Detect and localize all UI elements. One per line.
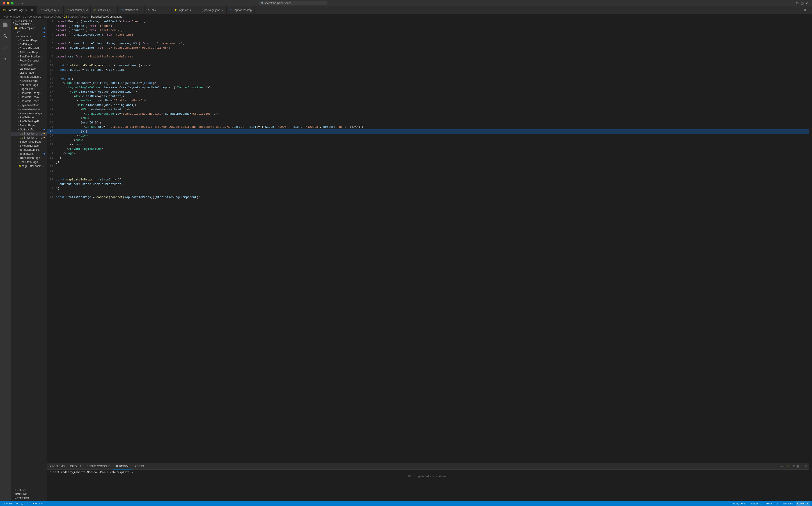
settings-icon[interactable]: ⚙ — [805, 1, 809, 5]
clear-terminal-icon[interactable]: 🗑 — [797, 465, 799, 468]
layout-icon[interactable]: ▤ — [800, 1, 804, 5]
encoding-item[interactable]: UTF-8 — [764, 501, 773, 506]
code-editor[interactable]: 1 import React, { useState, useEffect } … — [47, 19, 809, 463]
cursor-position-item[interactable]: Ln 26, Col 17 — [731, 501, 747, 506]
sidebar-item-profilesettingsp[interactable]: › ProfileSettingsP... — [11, 119, 47, 123]
sidebar-item-landingpage[interactable]: › LandingPage — [11, 67, 47, 71]
spaces-item[interactable]: Spaces: 2 — [749, 501, 762, 506]
sidebar-item-stripepayoutpage[interactable]: › StripePayoutPage — [11, 140, 47, 144]
split-editor-icon[interactable]: ⧉ — [796, 1, 799, 6]
breadcrumb-statistics-page[interactable]: StatisticsPage — [44, 15, 61, 18]
code-line-6: 6 import { LayoutSingleColumn, Page, Use… — [47, 41, 809, 46]
sidebar-item-passwordchang[interactable]: › PasswordChang... — [11, 91, 47, 95]
cursor-tab-item[interactable]: Cursor Tab — [796, 501, 810, 506]
panel-tab-terminal[interactable]: TERMINAL — [113, 463, 132, 470]
sidebar-item-passwordrecov[interactable]: › PasswordRecov... — [11, 95, 47, 99]
tab-stats-easy-js[interactable]: JS stats_easy.js — [36, 6, 64, 14]
tab-login-as-js[interactable]: JS login-as.js — [172, 6, 199, 14]
sidebar-item-passwordresetp[interactable]: › PasswordResetP... — [11, 99, 47, 103]
line-ending-item[interactable]: LF — [774, 501, 779, 506]
activity-bar-search[interactable] — [0, 33, 11, 39]
tab-statistics-ts[interactable]: TS statistics.ts — [118, 6, 145, 14]
sidebar-item-containers[interactable]: ▾ containers — [11, 34, 47, 38]
sidebar-item-web-template[interactable]: ▾ 📁 web-template — [11, 26, 47, 30]
more-terminal-icon[interactable]: ⋯ — [801, 465, 803, 468]
breadcrumb-web-template[interactable]: web-template — [4, 15, 20, 18]
sidebar-item-footercontainer[interactable]: › FooterContainer — [11, 59, 47, 63]
sidebar-item-topbarcon[interactable]: › TopbarCon... — [11, 152, 47, 156]
sidebar-item-src[interactable]: ▾ src — [11, 30, 47, 34]
split-terminal-icon[interactable]: ⧉ — [793, 465, 795, 468]
sidebar-item-contactdetails[interactable]: › ContactDetailsP... — [11, 47, 47, 51]
sidebar-item-pagedataloadin[interactable]: JS pageDataLoadin... — [11, 164, 47, 168]
sidebar-item-cmspage[interactable]: › CMSPage — [11, 43, 47, 47]
panel-tab-debug-console[interactable]: DEBUG CONSOLE — [84, 463, 113, 470]
sidebar-item-previewresolver[interactable]: › PreviewResolver... — [11, 107, 47, 111]
git-branch-item[interactable]: ⎇ main* — [2, 501, 13, 506]
sidebar-item-inboxpage[interactable]: › InboxPage — [11, 63, 47, 67]
sidebar-item-transactionpage[interactable]: › TransactionPage — [11, 156, 47, 160]
tab-api-router-js[interactable]: JS apiRouter.js M — [64, 6, 91, 14]
panel-tab-problems[interactable]: PROBLEMS — [47, 463, 67, 470]
sidebar-item-termsofservice[interactable]: › TermsOfService... — [11, 148, 47, 152]
git-sync-item[interactable]: ⟳ 0 △ 0 ↓ 0 — [15, 501, 30, 506]
close-terminal-icon[interactable]: ✕ — [805, 465, 807, 468]
tab-statistics-css[interactable]: JS statistics.js — [91, 6, 118, 14]
sidebar-item-paymentmethod[interactable]: › PaymentMethod... — [11, 103, 47, 107]
sidebar-item-styleguidepage[interactable]: › StyleguidePage — [11, 144, 47, 148]
sidebar-workspace-header[interactable]: ▾ SHARETRIBE (WORKSPAC... — [11, 19, 47, 26]
search-bar[interactable]: 🔍 sharetribe (Workspace) — [259, 1, 327, 5]
activity-bar-source-control[interactable] — [0, 44, 11, 51]
sidebar-item-pagebuilder[interactable]: › PageBuilder — [11, 87, 47, 91]
close-button[interactable] — [3, 2, 5, 4]
sidebar-item-profilepage[interactable]: › ProfilePage — [11, 115, 47, 119]
outline-section-header[interactable]: › OUTLINE — [11, 488, 47, 492]
sidebar-item-statisticsp[interactable]: ▾ StatisticsP... — [11, 128, 47, 132]
sidebar-item-noaccesspage[interactable]: › NoAccessPage — [11, 79, 47, 83]
forward-arrow[interactable]: › — [21, 1, 24, 5]
tab-close-button[interactable]: ✕ — [30, 8, 33, 12]
language-item[interactable]: JavaScript — [781, 501, 794, 506]
sidebar-item-editlistingpage[interactable]: › EditListingPage — [11, 51, 47, 55]
minimize-button[interactable] — [7, 2, 9, 4]
back-arrow[interactable]: ‹ — [17, 1, 20, 5]
add-terminal-icon[interactable]: + — [790, 465, 792, 468]
panel-tab-output[interactable]: OUTPUT — [67, 463, 84, 470]
sidebar-item-statisticspage-js[interactable]: JS Statistics... U — [11, 132, 47, 136]
more-tabs-icon[interactable]: ⋯ — [807, 8, 810, 12]
sidebar-item-listingpage[interactable]: › ListingPage — [11, 71, 47, 75]
code-line-3: 3 import { connect } from 'react-redux'; — [47, 28, 809, 33]
tab-package-json[interactable]: {} package.json M — [199, 6, 226, 14]
code-line-4: 4 import { FormattedMessage } from 'reac… — [47, 33, 809, 37]
tab-topbar-desktop[interactable]: TS TopbarDesktop — [227, 6, 255, 14]
activity-bar-files[interactable] — [0, 22, 11, 28]
code-line-36: 36 — [47, 173, 809, 178]
errors-item[interactable]: ✕ 0 ⚠ 0 — [31, 501, 43, 506]
breadcrumb-file[interactable]: StatisticsPage.js — [68, 15, 88, 18]
tab-env[interactable]: ⚙ .env — [145, 6, 172, 14]
panel-tab-ports[interactable]: PORTS — [132, 463, 147, 470]
file-js-icon: JS — [18, 165, 21, 167]
sidebar-item-searchpage[interactable]: › SearchPage — [11, 123, 47, 128]
breadcrumb-symbol[interactable]: StatisticsPageComponent — [91, 15, 122, 18]
sidebar-item-managelistings[interactable]: › ManageListings... — [11, 75, 47, 79]
sidebar-item-privacypolicypage[interactable]: › PrivacyPolicyPage — [11, 111, 47, 115]
activity-bar-more[interactable]: ▾ — [0, 56, 11, 62]
fullscreen-button[interactable] — [11, 2, 13, 4]
chevron-right-icon: › — [18, 157, 19, 159]
sidebar-item-notfoundpage[interactable]: › NotFoundPage — [11, 83, 47, 87]
chevron-right-icon: › — [18, 141, 19, 143]
breadcrumb-src[interactable]: src — [22, 15, 26, 18]
sidebar-item-checkoutpage[interactable]: › CheckoutPage — [11, 38, 47, 43]
chevron-right-icon: › — [18, 51, 19, 54]
breadcrumb-containers[interactable]: containers — [29, 15, 41, 18]
sidebar-item-statistics-css[interactable]: JS Statistics... U — [11, 136, 47, 140]
terminal-content[interactable]: albertlundberg@Alberts-MacBook-Pro-2 web… — [47, 470, 809, 501]
timeline-section-header[interactable]: › TIMELINE — [11, 492, 47, 496]
code-line-30: 30 </LayoutSingleColumn> — [47, 147, 809, 151]
sidebar-item-userstatspage[interactable]: › UserStatsPage — [11, 160, 47, 164]
split-editor-icon[interactable]: ⧉ — [804, 8, 806, 12]
sidebar-item-emailverification[interactable]: › EmailVerification... — [11, 55, 47, 59]
notepads-section-header[interactable]: › NOTEPADS — [11, 496, 47, 500]
tab-statistics-js[interactable]: JS StatisticsPage.js ✕ — [0, 6, 36, 14]
